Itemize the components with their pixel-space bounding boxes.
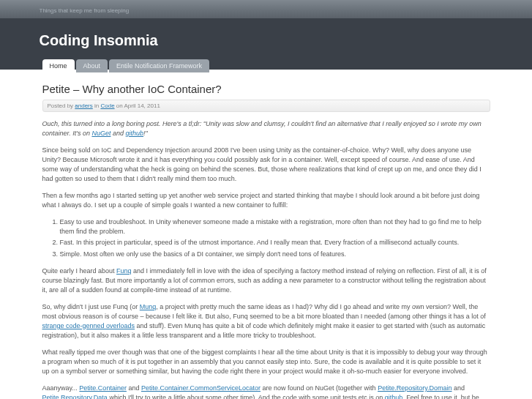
text: and [110, 130, 125, 137]
overloads-link[interactable]: strange code-genned overloads [42, 322, 135, 329]
paragraph: So, why didn't I just use Funq (or Munq,… [42, 302, 490, 340]
intro-paragraph: Ouch, this turned into a long boring pos… [42, 119, 490, 138]
meta-date: April 14, 2011 [124, 102, 160, 109]
site-tagline: Things that keep me from sleeping [40, 6, 493, 18]
petite-csl-link[interactable]: Petite.Container.CommonServiceLocator [141, 384, 261, 392]
list-item: Easy to use and troubleshoot. In Unity w… [60, 217, 490, 236]
post-meta: Posted by anders in Code on April 14, 20… [42, 100, 490, 112]
paragraph: Since being sold on IoC and Dependency I… [42, 146, 490, 184]
post-title: Petite – Why another IoC Container? [42, 77, 490, 100]
goals-list: Easy to use and troubleshoot. In Unity w… [60, 217, 490, 258]
text: So, why didn't I just use Funq (or [42, 303, 140, 310]
meta-on: on [115, 102, 124, 109]
list-item: Fast. In this project in particular, spe… [60, 238, 490, 247]
petite-repo-data-link[interactable]: Petite.Repository.Data [42, 394, 108, 399]
text: and [452, 384, 465, 392]
text: Aaanyway... [42, 384, 80, 392]
list-item: Simple. Most often we only use the basic… [60, 250, 490, 259]
text: Quite early I heard about [42, 267, 117, 275]
content-area: Petite – Why another IoC Container? Post… [40, 77, 493, 399]
post: Petite – Why another IoC Container? Post… [42, 77, 490, 399]
paragraph: Quite early I heard about Funq and I imm… [42, 266, 490, 295]
author-link[interactable]: anders [75, 102, 92, 109]
nav-tab-about[interactable]: About [76, 59, 108, 72]
github-link[interactable]: github [125, 130, 143, 137]
nav-tab-entile[interactable]: Entile Notification Framework [109, 59, 209, 72]
text: and [127, 384, 141, 392]
nuget-link[interactable]: NuGet [91, 130, 110, 137]
site-title: Coding Insomnia [40, 32, 493, 49]
meta-in: in [93, 102, 101, 109]
text: which I'll try to write a little about s… [108, 394, 385, 399]
funq-link[interactable]: Funq [116, 267, 132, 275]
petite-container-link[interactable]: Petite.Container [79, 384, 127, 392]
main-nav: Home About Entile Notification Framework [40, 59, 493, 72]
category-link[interactable]: Code [100, 102, 114, 109]
paragraph: Then a few months ago I started setting … [42, 191, 490, 210]
meta-prefix: Posted by [48, 102, 75, 109]
paragraph: Aaanyway... Petite.Container and Petite.… [42, 384, 490, 399]
petite-repo-domain-link[interactable]: Petite.Repository.Domain [378, 384, 452, 392]
github-link[interactable]: github [385, 394, 403, 399]
paragraph: What really tipped me over though was th… [42, 348, 490, 376]
text: are now found on NuGet (together with [261, 384, 378, 392]
munq-link[interactable]: Munq [140, 303, 157, 310]
text: !" [143, 130, 148, 137]
nav-tab-home[interactable]: Home [42, 59, 75, 72]
post-body: Ouch, this turned into a long boring pos… [42, 119, 490, 399]
